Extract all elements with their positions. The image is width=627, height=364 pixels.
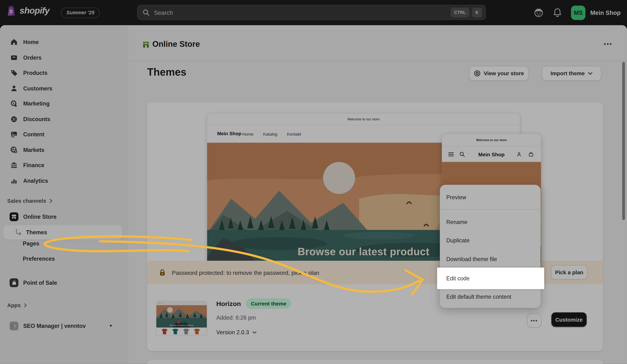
edit-code-highlight[interactable]: Edit code: [437, 267, 544, 289]
dim-overlay: [0, 0, 627, 364]
